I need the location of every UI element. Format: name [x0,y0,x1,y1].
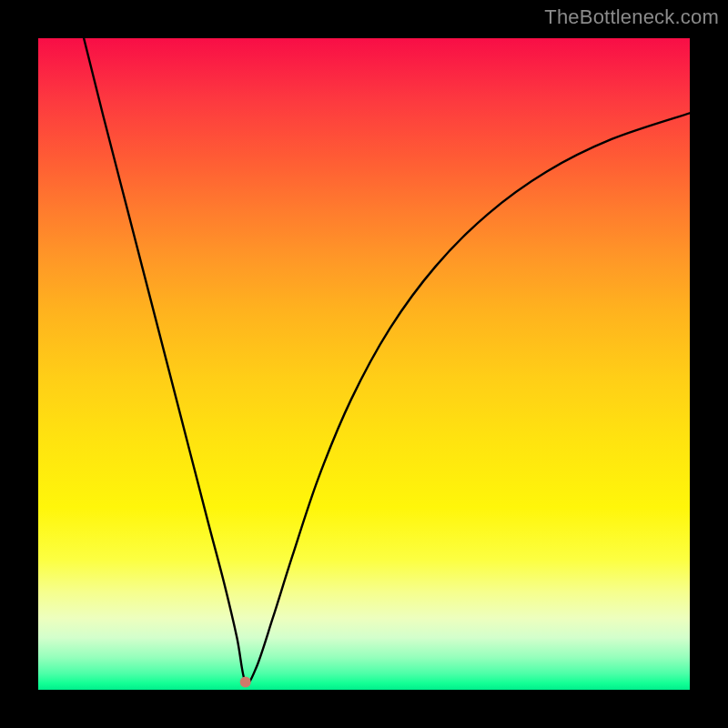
watermark-text: TheBottleneck.com [544,5,719,29]
curve-layer [38,38,690,690]
chart-frame: TheBottleneck.com [0,0,728,728]
bottleneck-curve [84,38,690,683]
minimum-point-dot [240,676,251,687]
plot-area [38,38,690,690]
